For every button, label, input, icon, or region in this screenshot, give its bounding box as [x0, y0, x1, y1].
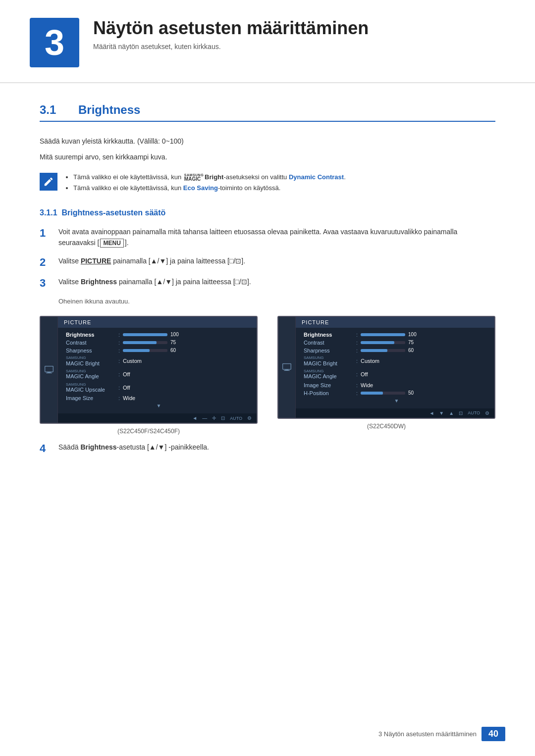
- settings-icon-right: ⚙: [485, 410, 489, 416]
- step-4-text: Säädä Brightness-asetusta [▲/▼] -painikk…: [58, 442, 495, 453]
- monitor-right-header: PICTURE: [296, 317, 494, 328]
- pencil-icon: [43, 176, 54, 187]
- pic-row-magicbright-left: SAMSUNG MAGIC Bright : Custom: [66, 355, 252, 367]
- svg-rect-1: [48, 372, 51, 373]
- monitor-right-icon: [278, 317, 296, 418]
- svg-rect-0: [45, 366, 54, 372]
- auto-icon-left: AUTO: [230, 416, 242, 421]
- pic-row-brightness-right: Brightness : 100: [304, 332, 489, 338]
- monitor-left-screen: PICTURE Brightness : 100: [40, 316, 258, 424]
- step-1: 1 Voit avata avainoppaan painamalla mitä…: [40, 226, 495, 249]
- monitor-left: PICTURE Brightness : 100: [40, 316, 258, 435]
- svg-rect-3: [283, 363, 291, 369]
- monitor-left-menu: PICTURE Brightness : 100: [58, 317, 257, 423]
- step-2-text: Valitse PICTURE painamalla [▲/▼] ja pain…: [58, 255, 495, 266]
- step-3-text: Valitse Brightness painamalla [▲/▼] ja p…: [58, 276, 495, 287]
- monitor-left-body: Brightness : 100 Contrast :: [58, 328, 257, 413]
- svg-rect-4: [285, 369, 289, 370]
- pic-row-contrast-left: Contrast : 75: [66, 340, 252, 346]
- pic-row-magicangle-left: SAMSUNG MAGIC Angle : Off: [66, 369, 252, 380]
- monitor-right-menu: PICTURE Brightness : 100: [296, 317, 494, 418]
- description-2: Mitä suurempi arvo, sen kirkkaampi kuva.: [40, 151, 495, 162]
- down-icon-right: ▼: [439, 410, 444, 416]
- subsection-3-1-1-heading: 3.1.1 Brightness-asetusten säätö: [40, 208, 495, 217]
- monitor-icon-right: [282, 362, 292, 372]
- pic-row-brightness-left: Brightness : 100: [66, 332, 252, 338]
- note-icon: [40, 173, 57, 191]
- enter-icon-left: ⊡: [221, 415, 225, 421]
- page-number: 40: [482, 727, 505, 741]
- pic-row-sharpness-right: Sharpness : 60: [304, 348, 489, 353]
- header-text: Näytön asetusten määrittäminen Määritä n…: [93, 18, 369, 50]
- step-4: 4 Säädä Brightness-asetusta [▲/▼] -paini…: [40, 442, 495, 456]
- pic-row-magicangle-right: SAMSUNG MAGIC Angle : Off: [304, 369, 489, 380]
- monitor-left-header: PICTURE: [58, 317, 257, 328]
- monitor-icon-left: [44, 365, 54, 375]
- svg-rect-2: [46, 373, 52, 373]
- pic-row-magicbright-right: SAMSUNG MAGIC Bright : Custom: [304, 355, 489, 367]
- pic-row-hposition-right: H-Position : 50: [304, 390, 489, 396]
- step-3-number: 3: [40, 276, 58, 291]
- plus-icon-left: ✛: [212, 415, 216, 421]
- section-number: 3.1: [40, 103, 69, 117]
- back-icon-left: ◄: [192, 415, 197, 421]
- chapter-title: Näytön asetusten määrittäminen: [93, 18, 369, 39]
- page-footer: 3 Näytön asetusten määrittäminen 40: [378, 727, 505, 741]
- auto-icon-right: AUTO: [468, 410, 480, 415]
- enter-icon-right: ⊡: [459, 410, 463, 416]
- pic-row-imagesize-left: Image Size : Wide: [66, 395, 252, 401]
- svg-rect-5: [284, 370, 290, 371]
- note-box: Tämä valikko ei ole käytettävissä, kun S…: [40, 172, 495, 194]
- chapter-number: 3: [30, 18, 79, 67]
- monitor-left-icon: [41, 317, 58, 423]
- step-4-number: 4: [40, 442, 58, 456]
- minus-icon-left: —: [202, 415, 207, 421]
- main-content: 3.1 Brightness Säädä kuvan yleistä kirkk…: [0, 103, 535, 456]
- note-list: Tämä valikko ei ole käytettävissä, kun S…: [64, 172, 346, 194]
- description-1: Säädä kuvan yleistä kirkkautta. (Välillä…: [40, 136, 495, 147]
- back-icon-right: ◄: [429, 410, 434, 416]
- monitor-right-label: (S22C450DW): [277, 423, 495, 430]
- settings-icon-left: ⚙: [247, 415, 252, 421]
- step-3: 3 Valitse Brightness painamalla [▲/▼] ja…: [40, 276, 495, 291]
- monitor-left-content: PICTURE Brightness : 100: [41, 317, 257, 423]
- pic-row-imagesize-right: Image Size : Wide: [304, 382, 489, 388]
- monitor-right-screen: PICTURE Brightness : 100: [277, 316, 495, 419]
- section-3-1-heading: 3.1 Brightness: [40, 103, 495, 122]
- step-2-number: 2: [40, 255, 58, 270]
- monitor-right-bottombar: ◄ ▼ ▲ ⊡ AUTO ⚙: [296, 408, 494, 418]
- monitor-right: PICTURE Brightness : 100: [277, 316, 495, 435]
- pic-row-contrast-right: Contrast : 75: [304, 340, 489, 346]
- step-1-number: 1: [40, 226, 58, 241]
- up-icon-right: ▲: [449, 410, 454, 416]
- step-2: 2 Valitse PICTURE painamalla [▲/▼] ja pa…: [40, 255, 495, 270]
- chapter-subtitle: Määritä näytön asetukset, kuten kirkkaus…: [93, 43, 369, 50]
- step-3-subnote: Oheinen ikkuna avautuu.: [58, 298, 495, 305]
- page-header: 3 Näytön asetusten määrittäminen Määritä…: [0, 0, 535, 83]
- monitor-right-body: Brightness : 100 Contrast :: [296, 328, 494, 408]
- section-name: Brightness: [78, 103, 140, 117]
- footer-chapter-label: 3 Näytön asetusten määrittäminen: [378, 730, 477, 738]
- monitors-row: PICTURE Brightness : 100: [40, 316, 495, 435]
- monitor-left-bottombar: ◄ — ✛ ⊡ AUTO ⚙: [58, 413, 257, 423]
- step-1-text: Voit avata avainoppaan painamalla mitä t…: [58, 226, 495, 249]
- note-item-1: Tämä valikko ei ole käytettävissä, kun S…: [73, 172, 346, 183]
- monitor-left-label: (S22C450F/S24C450F): [40, 428, 258, 435]
- monitor-right-content: PICTURE Brightness : 100: [278, 317, 494, 418]
- note-item-2: Tämä valikko ei ole käytettävissä, kun E…: [73, 183, 346, 194]
- pic-row-magicupscale-left: SAMSUNG MAGIC Upscale : Off: [66, 382, 252, 394]
- pic-row-sharpness-left: Sharpness : 60: [66, 348, 252, 353]
